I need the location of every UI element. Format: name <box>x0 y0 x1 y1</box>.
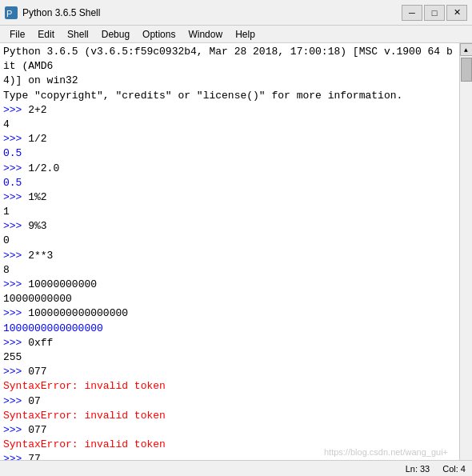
python-icon: P <box>5 6 18 19</box>
scrollbar-thumb[interactable] <box>461 58 472 82</box>
shell-outer: Python 3.6.5 (v3.6.5:f59c0932b4, Mar 28 … <box>0 43 472 460</box>
menu-options[interactable]: Options <box>136 26 182 42</box>
maximize-button[interactable]: □ <box>424 5 445 21</box>
menu-file[interactable]: File <box>3 26 31 42</box>
menu-bar: File Edit Shell Debug Options Window Hel… <box>0 26 472 43</box>
svg-text:P: P <box>6 9 12 18</box>
scrollbar-up-button[interactable]: ▲ <box>460 43 473 56</box>
minimize-button[interactable]: ─ <box>402 5 422 21</box>
menu-window[interactable]: Window <box>182 26 229 42</box>
col-status: Col: 4 <box>442 464 466 474</box>
menu-debug[interactable]: Debug <box>95 26 136 42</box>
menu-edit[interactable]: Edit <box>31 26 61 42</box>
title-bar-left: P Python 3.6.5 Shell <box>5 6 100 19</box>
title-bar: P Python 3.6.5 Shell ─ □ ✕ <box>0 0 472 26</box>
scrollbar-track[interactable]: ▲ <box>459 43 472 460</box>
title-bar-controls: ─ □ ✕ <box>402 5 467 21</box>
status-bar: Ln: 33 Col: 4 <box>0 460 472 476</box>
shell-output: Python 3.6.5 (v3.6.5:f59c0932b4, Mar 28 … <box>3 45 456 460</box>
menu-shell[interactable]: Shell <box>61 26 95 42</box>
shell-content[interactable]: Python 3.6.5 (v3.6.5:f59c0932b4, Mar 28 … <box>0 43 459 460</box>
close-button[interactable]: ✕ <box>446 5 467 21</box>
menu-help[interactable]: Help <box>229 26 262 42</box>
ln-status: Ln: 33 <box>406 464 430 474</box>
window-title: Python 3.6.5 Shell <box>22 7 100 18</box>
